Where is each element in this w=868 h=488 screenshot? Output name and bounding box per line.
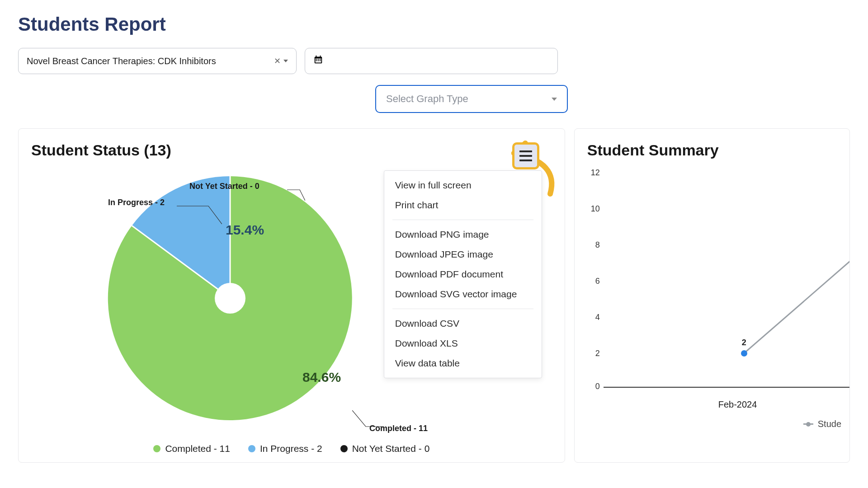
svg-rect-5 <box>318 59 319 60</box>
chevron-down-icon[interactable] <box>552 98 557 101</box>
student-summary-title: Student Summary <box>587 141 837 159</box>
student-summary-card: Student Summary 12 10 8 6 4 2 0 Feb-2024… <box>574 128 850 463</box>
graph-type-placeholder: Select Graph Type <box>386 93 468 105</box>
svg-rect-1 <box>316 56 317 58</box>
course-filter-label: Novel Breast Cancer Therapies: CDK Inhib… <box>27 56 274 66</box>
legend-label: Stude <box>818 419 841 429</box>
x-axis <box>604 387 850 388</box>
date-filter[interactable] <box>305 48 558 74</box>
menu-download-svg[interactable]: Download SVG vector image <box>384 284 542 304</box>
svg-rect-2 <box>320 56 321 58</box>
legend-swatch-icon <box>340 445 348 452</box>
pie-slice-pct-in-progress: 15.4% <box>226 222 264 238</box>
legend-swatch-icon <box>248 445 255 452</box>
graph-type-select[interactable]: Select Graph Type <box>375 85 568 113</box>
svg-rect-9 <box>320 60 321 61</box>
y-axis-tick: 2 <box>586 349 600 358</box>
hamburger-icon <box>519 155 532 157</box>
menu-view-full-screen[interactable]: View in full screen <box>384 175 542 195</box>
legend-label: In Progress - 2 <box>260 443 322 454</box>
menu-separator <box>392 220 533 220</box>
pie-label-in-progress: In Progress - 2 <box>108 198 165 207</box>
y-axis-tick: 12 <box>586 168 600 178</box>
pie-label-completed: Completed - 11 <box>369 424 428 433</box>
line-legend: Stude <box>803 419 841 429</box>
course-filter[interactable]: Novel Breast Cancer Therapies: CDK Inhib… <box>18 48 297 74</box>
legend-item-in-progress[interactable]: In Progress - 2 <box>248 443 322 454</box>
menu-download-csv[interactable]: Download CSV <box>384 314 542 333</box>
line-segment <box>743 229 850 354</box>
y-axis-tick: 0 <box>586 382 600 391</box>
y-axis-tick: 8 <box>586 240 600 250</box>
svg-rect-8 <box>318 60 319 61</box>
data-point-label: 2 <box>742 338 746 347</box>
page-title: Students Report <box>18 14 850 35</box>
hamburger-icon <box>519 160 532 161</box>
calendar-icon[interactable] <box>313 55 323 67</box>
menu-view-data-table[interactable]: View data table <box>384 353 542 373</box>
close-icon[interactable]: ✕ <box>274 56 281 66</box>
svg-point-12 <box>215 283 245 314</box>
menu-download-pdf[interactable]: Download PDF document <box>384 264 542 284</box>
pie-legend: Completed - 11 In Progress - 2 Not Yet S… <box>19 443 565 454</box>
y-axis-tick: 6 <box>586 277 600 286</box>
menu-separator <box>392 309 533 309</box>
legend-item-not-started[interactable]: Not Yet Started - 0 <box>340 443 430 454</box>
legend-swatch-icon <box>153 445 160 452</box>
svg-rect-6 <box>320 59 321 60</box>
chart-menu-button[interactable] <box>512 142 539 169</box>
menu-download-png[interactable]: Download PNG image <box>384 225 542 244</box>
svg-rect-7 <box>316 60 317 61</box>
chart-export-menu: View in full screen Print chart Download… <box>384 170 542 378</box>
line-chart: 12 10 8 6 4 2 0 Feb-2024 2 Stude <box>587 163 837 434</box>
leader-line <box>177 202 222 224</box>
student-status-card: Student Status (13) View in full screen … <box>18 128 565 463</box>
legend-label: Completed - 11 <box>165 443 230 454</box>
legend-item-completed[interactable]: Completed - 11 <box>153 443 230 454</box>
pie-label-not-started: Not Yet Started - 0 <box>189 182 259 191</box>
menu-download-xls[interactable]: Download XLS <box>384 333 542 353</box>
x-axis-tick: Feb-2024 <box>718 399 757 410</box>
data-point <box>741 350 747 357</box>
pie-slice-pct-completed: 84.6% <box>302 370 341 385</box>
y-axis-tick: 10 <box>586 204 600 214</box>
student-status-title: Student Status (13) <box>31 141 552 159</box>
y-axis-tick: 4 <box>586 313 600 322</box>
hamburger-icon <box>519 150 532 152</box>
leader-line <box>287 185 305 201</box>
legend-label: Not Yet Started - 0 <box>352 443 430 454</box>
legend-swatch-icon <box>803 423 813 425</box>
pie-chart <box>104 172 357 425</box>
svg-rect-4 <box>316 59 317 60</box>
filters-row: Novel Breast Cancer Therapies: CDK Inhib… <box>18 48 850 74</box>
chevron-down-icon[interactable] <box>283 60 288 62</box>
menu-download-jpeg[interactable]: Download JPEG image <box>384 244 542 264</box>
menu-print-chart[interactable]: Print chart <box>384 195 542 215</box>
